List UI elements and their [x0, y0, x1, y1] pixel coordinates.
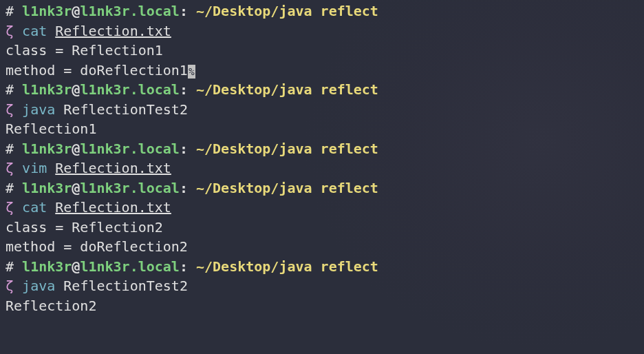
- at-symbol: @: [72, 258, 80, 275]
- command-argument: Reflection.txt: [55, 160, 171, 176]
- command-line[interactable]: ζ vim Reflection.txt: [6, 158, 638, 178]
- command: vim: [22, 160, 47, 176]
- prompt-symbol: ζ: [6, 278, 22, 294]
- prompt-header: # l1nk3r@l1nk3r.local: ~/Desktop/java re…: [6, 257, 638, 277]
- command-line[interactable]: ζ cat Reflection.txt: [6, 198, 638, 218]
- prompt-symbol: ζ: [6, 160, 22, 176]
- hostname: l1nk3r.local: [80, 81, 180, 98]
- output-line: method = doReflection1%: [6, 61, 638, 81]
- prompt-symbol: ζ: [6, 101, 22, 118]
- hash-symbol: #: [6, 81, 22, 98]
- prompt-header: # l1nk3r@l1nk3r.local: ~/Desktop/java re…: [6, 80, 638, 100]
- hash-symbol: #: [6, 258, 22, 275]
- prompt-header: # l1nk3r@l1nk3r.local: ~/Desktop/java re…: [6, 178, 638, 198]
- output-line: Reflection2: [6, 296, 638, 316]
- output-line: Reflection1: [6, 119, 638, 139]
- output-line: class = Reflection1: [6, 41, 638, 61]
- output-line: class = Reflection2: [6, 218, 638, 238]
- hash-symbol: #: [6, 180, 22, 196]
- colon: :: [180, 81, 196, 98]
- space: [47, 199, 55, 216]
- colon: :: [180, 140, 196, 157]
- command-argument: Reflection.txt: [55, 199, 171, 216]
- hostname: l1nk3r.local: [80, 3, 180, 19]
- command-argument: ReflectionTest2: [63, 278, 188, 294]
- cursor-icon: %: [188, 65, 195, 79]
- prompt-symbol: ζ: [6, 199, 22, 216]
- hostname: l1nk3r.local: [80, 180, 180, 196]
- working-directory: ~/Desktop/java reflect: [196, 81, 378, 98]
- username: l1nk3r: [22, 81, 72, 98]
- command: cat: [22, 199, 47, 216]
- space: [47, 160, 55, 176]
- command-line[interactable]: ζ java ReflectionTest2: [6, 100, 638, 120]
- at-symbol: @: [72, 3, 80, 19]
- hostname: l1nk3r.local: [80, 140, 180, 157]
- username: l1nk3r: [22, 3, 72, 19]
- prompt-header: # l1nk3r@l1nk3r.local: ~/Desktop/java re…: [6, 1, 638, 21]
- username: l1nk3r: [22, 140, 72, 157]
- command: java: [22, 278, 55, 294]
- at-symbol: @: [72, 180, 80, 196]
- colon: :: [180, 3, 196, 19]
- command: java: [22, 101, 55, 118]
- prompt-header: # l1nk3r@l1nk3r.local: ~/Desktop/java re…: [6, 139, 638, 159]
- prompt-symbol: ζ: [6, 23, 22, 39]
- working-directory: ~/Desktop/java reflect: [196, 140, 378, 157]
- username: l1nk3r: [22, 180, 72, 196]
- command-line[interactable]: ζ java ReflectionTest2: [6, 276, 638, 296]
- command-line[interactable]: ζ cat Reflection.txt: [6, 21, 638, 41]
- working-directory: ~/Desktop/java reflect: [196, 3, 378, 19]
- username: l1nk3r: [22, 258, 72, 275]
- hash-symbol: #: [6, 3, 22, 19]
- space: [55, 101, 63, 118]
- hash-symbol: #: [6, 140, 22, 157]
- working-directory: ~/Desktop/java reflect: [196, 180, 378, 196]
- command: cat: [22, 23, 47, 39]
- space: [55, 278, 63, 294]
- at-symbol: @: [72, 81, 80, 98]
- output-line: method = doReflection2: [6, 237, 638, 257]
- command-argument: Reflection.txt: [55, 23, 171, 39]
- space: [47, 23, 55, 39]
- at-symbol: @: [72, 140, 80, 157]
- command-argument: ReflectionTest2: [63, 101, 188, 118]
- hostname: l1nk3r.local: [80, 258, 180, 275]
- colon: :: [180, 258, 196, 275]
- colon: :: [180, 180, 196, 196]
- terminal-output[interactable]: # l1nk3r@l1nk3r.local: ~/Desktop/java re…: [6, 1, 638, 315]
- working-directory: ~/Desktop/java reflect: [196, 258, 378, 275]
